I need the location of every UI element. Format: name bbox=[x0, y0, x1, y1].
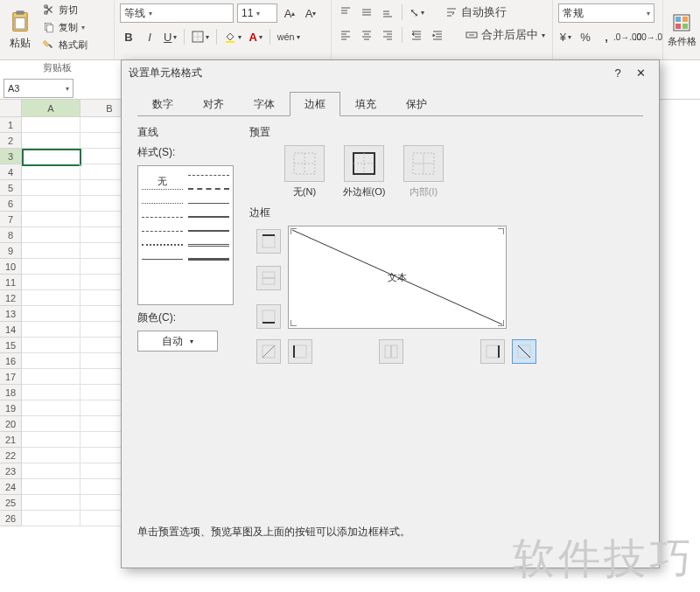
style-option[interactable] bbox=[188, 244, 229, 247]
cell[interactable] bbox=[22, 212, 80, 227]
increase-font-button[interactable]: A▴ bbox=[281, 4, 298, 22]
cell[interactable] bbox=[22, 400, 80, 416]
font-size-combo[interactable]: 11▾ bbox=[237, 3, 277, 23]
preset-inside[interactable]: 内部(I) bbox=[402, 145, 445, 198]
format-painter-button[interactable]: 格式刷 bbox=[43, 37, 110, 52]
decrease-font-button[interactable]: A▾ bbox=[302, 4, 319, 22]
style-option[interactable] bbox=[142, 231, 183, 232]
dialog-tab[interactable]: 填充 bbox=[340, 92, 391, 116]
row-header[interactable]: 11 bbox=[0, 275, 22, 290]
row-header[interactable]: 12 bbox=[0, 290, 22, 306]
style-option[interactable] bbox=[142, 244, 183, 246]
italic-button[interactable]: I bbox=[141, 28, 158, 45]
border-right-button[interactable] bbox=[480, 339, 505, 364]
style-option[interactable] bbox=[142, 259, 183, 260]
border-bottom-button[interactable] bbox=[256, 304, 281, 329]
align-left-button[interactable] bbox=[337, 26, 354, 44]
increase-indent-button[interactable] bbox=[429, 26, 446, 44]
font-color-button[interactable]: A▾ bbox=[247, 28, 263, 45]
decrease-decimal-button[interactable]: .00→.0 bbox=[640, 28, 657, 45]
select-all-corner[interactable] bbox=[0, 100, 22, 117]
border-hmid-button[interactable] bbox=[256, 266, 281, 290]
cell[interactable] bbox=[22, 196, 80, 212]
cell[interactable] bbox=[22, 385, 80, 400]
style-option[interactable] bbox=[142, 189, 183, 190]
fill-color-button[interactable]: ▾ bbox=[222, 28, 243, 45]
row-header[interactable]: 17 bbox=[0, 369, 22, 385]
paste-button[interactable]: 粘贴 bbox=[0, 0, 39, 59]
conditional-formatting-button[interactable]: 条件格 bbox=[662, 0, 700, 59]
close-button[interactable]: ✕ bbox=[629, 63, 652, 82]
cell[interactable] bbox=[22, 353, 80, 369]
border-left-button[interactable] bbox=[288, 339, 312, 364]
row-header[interactable]: 13 bbox=[0, 306, 22, 322]
cell[interactable] bbox=[22, 416, 80, 432]
dialog-tab[interactable]: 保护 bbox=[391, 92, 442, 116]
style-option[interactable] bbox=[188, 188, 229, 190]
row-header[interactable]: 4 bbox=[0, 164, 22, 180]
border-preview[interactable]: 文本 bbox=[288, 226, 507, 329]
cut-button[interactable]: 剪切 bbox=[43, 2, 110, 17]
cell[interactable] bbox=[22, 149, 81, 166]
style-option[interactable] bbox=[188, 258, 229, 261]
row-header[interactable]: 2 bbox=[0, 133, 22, 149]
cell[interactable] bbox=[22, 133, 80, 149]
row-header[interactable]: 20 bbox=[0, 416, 22, 432]
align-middle-button[interactable] bbox=[358, 3, 375, 21]
accounting-format-button[interactable]: ¥▾ bbox=[558, 28, 573, 45]
merge-center-button[interactable]: 合并后居中▾ bbox=[464, 26, 547, 44]
cell[interactable] bbox=[22, 180, 80, 196]
row-header[interactable]: 24 bbox=[0, 479, 22, 495]
row-header[interactable]: 16 bbox=[0, 353, 22, 369]
border-diag-down-button[interactable] bbox=[512, 339, 536, 364]
dialog-tab[interactable]: 数字 bbox=[137, 92, 188, 116]
row-header[interactable]: 18 bbox=[0, 385, 22, 400]
wrap-text-button[interactable]: 自动换行 bbox=[444, 3, 508, 21]
cell[interactable] bbox=[22, 448, 80, 463]
row-header[interactable]: 14 bbox=[0, 322, 22, 338]
cell[interactable] bbox=[22, 495, 80, 511]
style-option[interactable] bbox=[188, 216, 229, 218]
cell[interactable] bbox=[22, 463, 80, 479]
row-header[interactable]: 19 bbox=[0, 400, 22, 416]
help-button[interactable]: ? bbox=[606, 63, 629, 82]
underline-button[interactable]: U▾ bbox=[162, 28, 178, 45]
align-right-button[interactable] bbox=[379, 26, 396, 44]
style-option[interactable] bbox=[188, 203, 229, 204]
dialog-tab[interactable]: 边框 bbox=[290, 92, 340, 116]
cell[interactable] bbox=[22, 432, 80, 448]
style-option[interactable] bbox=[142, 217, 183, 218]
row-header[interactable]: 15 bbox=[0, 338, 22, 353]
orientation-button[interactable]: ⤡▾ bbox=[408, 3, 426, 21]
row-header[interactable]: 3 bbox=[0, 149, 22, 164]
color-combo[interactable]: 自动▾ bbox=[137, 331, 218, 352]
column-header[interactable]: A bbox=[22, 100, 80, 117]
border-diag-up-button[interactable] bbox=[256, 339, 281, 364]
cell[interactable] bbox=[22, 338, 80, 353]
cell[interactable] bbox=[22, 306, 80, 322]
dialog-tab[interactable]: 字体 bbox=[239, 92, 290, 116]
row-header[interactable]: 10 bbox=[0, 259, 22, 275]
border-top-button[interactable] bbox=[256, 229, 281, 254]
border-vmid-button[interactable] bbox=[379, 339, 403, 364]
row-header[interactable]: 22 bbox=[0, 448, 22, 463]
style-option[interactable] bbox=[142, 203, 183, 204]
cell[interactable] bbox=[22, 243, 80, 259]
row-header[interactable]: 7 bbox=[0, 212, 22, 227]
cell[interactable] bbox=[22, 259, 80, 275]
row-header[interactable]: 23 bbox=[0, 463, 22, 479]
align-center-button[interactable] bbox=[358, 26, 375, 44]
copy-button[interactable]: 复制▾ bbox=[43, 19, 110, 35]
name-box[interactable]: A3▾ bbox=[4, 79, 74, 98]
row-header[interactable]: 9 bbox=[0, 243, 22, 259]
style-option[interactable] bbox=[188, 230, 229, 232]
font-name-combo[interactable]: 等线▾ bbox=[120, 3, 234, 23]
row-header[interactable]: 26 bbox=[0, 511, 22, 526]
cell[interactable] bbox=[22, 479, 80, 495]
line-style-list[interactable]: 无 bbox=[137, 165, 234, 305]
decrease-indent-button[interactable] bbox=[408, 26, 425, 44]
row-header[interactable]: 1 bbox=[0, 117, 22, 133]
cell[interactable] bbox=[22, 227, 80, 243]
cell[interactable] bbox=[22, 322, 80, 338]
borders-button[interactable]: ▾ bbox=[190, 28, 211, 45]
